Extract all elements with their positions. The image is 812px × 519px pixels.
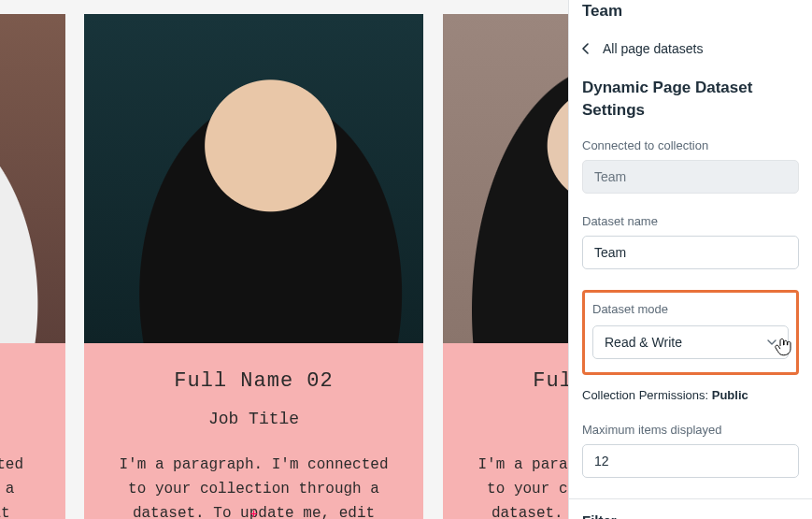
back-to-all-datasets[interactable]: All page datasets — [582, 41, 799, 56]
dataset-mode-value: Read & Write — [605, 335, 682, 350]
dataset-mode-section: Dataset mode Read & Write — [582, 290, 799, 375]
collection-permissions-value: Public — [712, 388, 748, 402]
dataset-name-label: Dataset name — [582, 214, 799, 228]
dataset-name-input[interactable]: Team — [582, 236, 799, 269]
max-items-input[interactable]: 12 — [582, 444, 799, 478]
connected-collection-field: Team — [582, 160, 799, 194]
member-job-title: Job Title — [460, 410, 568, 428]
filter-heading: Filter — [582, 512, 799, 519]
member-job-title: Job Title — [101, 410, 406, 428]
dataset-mode-label: Dataset mode — [592, 302, 789, 316]
team-card[interactable]: Full Name 03 Job Title I'm a paragraph. … — [443, 14, 568, 519]
member-photo — [84, 14, 423, 343]
member-photo — [0, 14, 65, 343]
panel-title: Team — [582, 2, 799, 21]
collection-permissions-line: Collection Permissions: Public — [582, 388, 799, 402]
member-name: Full Name 02 — [101, 369, 406, 393]
member-bio: I'm a paragraph. I'm connected to your c… — [101, 453, 406, 519]
section-divider — [569, 498, 812, 499]
chevron-left-icon — [582, 43, 590, 54]
member-name: Full Name 03 — [460, 369, 568, 393]
team-card[interactable]: Full Name 01 Job Title I'm a paragraph. … — [0, 14, 65, 519]
team-card[interactable]: Full Name 02 Job Title I'm a paragraph. … — [84, 14, 423, 519]
connected-collection-label: Connected to collection — [582, 138, 799, 152]
back-label: All page datasets — [603, 41, 703, 56]
member-bio: I'm a paragraph. I'm connected to your c… — [0, 453, 49, 519]
dataset-settings-panel: Team All page datasets Dynamic Page Data… — [568, 0, 812, 519]
member-bio: I'm a paragraph. I'm connected to your c… — [460, 453, 568, 519]
page-preview-canvas[interactable]: Full Name 01 Job Title I'm a paragraph. … — [0, 0, 568, 519]
member-name: Full Name 01 — [0, 369, 49, 393]
dataset-mode-select[interactable]: Read & Write — [592, 325, 789, 359]
member-job-title: Job Title — [0, 410, 49, 428]
max-items-label: Maximum items displayed — [582, 423, 799, 437]
section-heading: Dynamic Page Dataset Settings — [582, 77, 799, 122]
chevron-down-icon — [767, 339, 776, 345]
member-photo — [443, 14, 568, 343]
